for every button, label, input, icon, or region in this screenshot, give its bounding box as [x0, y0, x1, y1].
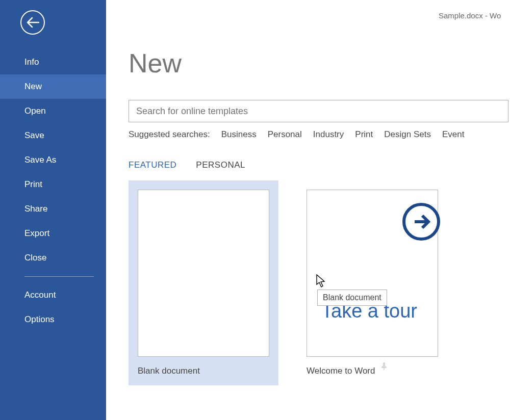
sidebar-item-info[interactable]: Info	[0, 50, 106, 74]
suggested-label: Suggested searches:	[129, 129, 210, 140]
suggested-link-industry[interactable]: Industry	[313, 129, 344, 140]
suggested-link-business[interactable]: Business	[221, 129, 257, 140]
sidebar-item-close[interactable]: Close	[0, 246, 106, 270]
tab-personal[interactable]: PERSONAL	[196, 160, 245, 170]
back-arrow-icon	[26, 17, 39, 28]
sidebar-item-save[interactable]: Save	[0, 123, 106, 148]
sidebar-item-share[interactable]: Share	[0, 197, 106, 221]
sidebar-items: Info New Open Save Save As Print Share E…	[0, 50, 106, 332]
sidebar-item-new[interactable]: New	[0, 74, 106, 99]
template-tour-thumbnail: Take a tour	[307, 190, 438, 357]
tooltip: Blank document	[317, 290, 387, 306]
template-search-input[interactable]	[129, 100, 508, 122]
sidebar-item-export[interactable]: Export	[0, 221, 106, 246]
sidebar-item-open[interactable]: Open	[0, 99, 106, 123]
template-blank-label: Blank document	[138, 366, 269, 376]
suggested-link-event[interactable]: Event	[442, 129, 464, 140]
template-blank-document[interactable]: Blank document	[129, 180, 278, 385]
template-tour-label: Welcome to Word	[307, 366, 375, 376]
suggested-link-print[interactable]: Print	[355, 129, 373, 140]
backstage-sidebar: Info New Open Save Save As Print Share E…	[0, 0, 106, 420]
sidebar-item-options[interactable]: Options	[0, 307, 106, 332]
back-button[interactable]	[20, 10, 45, 35]
page-title: New	[129, 48, 510, 78]
suggested-link-personal[interactable]: Personal	[268, 129, 302, 140]
main-content: Sample.docx - Wo New Suggested searches:…	[106, 0, 510, 420]
sidebar-item-save-as[interactable]: Save As	[0, 148, 106, 172]
window-title: Sample.docx - Wo	[439, 11, 510, 20]
template-blank-thumbnail	[138, 190, 269, 357]
pin-icon[interactable]	[380, 362, 388, 371]
template-welcome-to-word[interactable]: Take a tour Welcome to Word	[307, 180, 438, 385]
tab-featured[interactable]: FEATURED	[129, 160, 176, 170]
sidebar-divider	[24, 276, 94, 277]
suggested-searches-row: Suggested searches: Business Personal In…	[129, 129, 510, 140]
template-gallery: Blank document Take a tour Welcome to Wo…	[129, 180, 510, 385]
sidebar-item-account[interactable]: Account	[0, 283, 106, 307]
suggested-link-design-sets[interactable]: Design Sets	[384, 129, 431, 140]
template-tabs: FEATURED PERSONAL	[129, 160, 510, 170]
tour-arrow-icon	[398, 201, 445, 242]
sidebar-item-print[interactable]: Print	[0, 172, 106, 197]
